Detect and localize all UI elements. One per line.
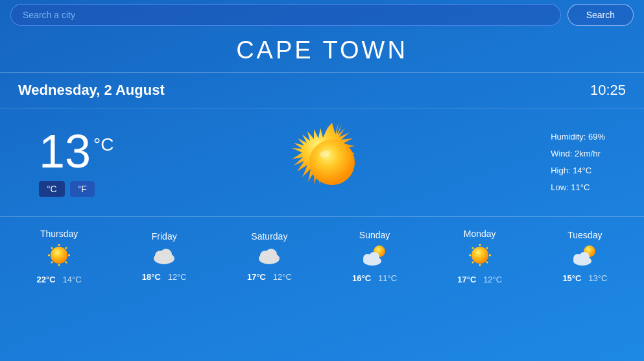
wind-detail: Wind: 2km/hr [551,145,605,162]
forecast-day: Sunday [359,230,390,240]
svg-point-14 [160,249,172,260]
forecast-day: Tuesday [567,230,602,240]
svg-line-28 [472,247,473,249]
forecast-hi: 17°C [247,272,266,282]
svg-point-21 [369,252,379,262]
date-label: Wednesday, 2 August [18,82,165,99]
temp-unit: °C [93,136,113,154]
forecast-icon [571,244,599,269]
forecast-icon [468,243,492,271]
forecast-icon [361,244,388,269]
svg-line-30 [486,247,488,249]
forecast-item: Saturday 17°C 12°C [237,231,302,282]
svg-point-1 [309,140,355,185]
forecast-item: Sunday 16°C 11°C [342,230,407,283]
weather-details: Humidity: 69% Wind: 2km/hr High: 14°C Lo… [551,129,605,196]
forecast-lo: 12°C [483,275,502,284]
forecast-item: Friday 18°C 12°C [132,231,197,282]
forecast-item: Monday 17°C 12°C [447,229,512,284]
forecast-day: Monday [464,229,496,239]
svg-line-7 [51,262,53,263]
temperature-block: 13 °C °C °F [39,128,114,197]
svg-point-17 [265,249,277,260]
date-time-row: Wednesday, 2 August 10:25 [0,73,644,108]
main-weather: 13 °C °C °F Humidity: 69% [0,108,644,217]
forecast-hi: 22°C [37,275,56,284]
svg-line-24 [486,262,488,263]
time-label: 10:25 [590,82,626,99]
forecast-day: Thursday [40,229,78,239]
forecast-day: Saturday [251,231,287,242]
low-detail: Low: 11°C [551,179,605,196]
svg-line-5 [66,262,67,263]
temp-number: 13 [39,128,91,175]
forecast-lo: 11°C [378,273,397,283]
forecast-item: Tuesday 15°C 13°C [553,230,617,283]
forecast-lo: 13°C [588,273,607,283]
forecast-lo: 14°C [63,275,82,284]
forecast-day: Friday [152,231,177,242]
temperature-display: 13 °C [39,128,114,175]
weather-icon [290,120,374,205]
forecast-hi: 17°C [457,275,476,284]
search-button[interactable]: Search [567,4,634,26]
svg-line-26 [472,262,473,263]
forecast-hi: 18°C [142,272,161,282]
forecast-icon [47,243,71,271]
sun-svg [290,120,374,205]
forecast-temps: 16°C 11°C [352,273,397,283]
svg-line-11 [66,247,67,249]
forecast-lo: 12°C [168,272,187,282]
forecast-icon [257,245,281,268]
unit-toggle: °C °F [39,181,114,197]
svg-point-3 [51,247,67,264]
svg-line-9 [51,247,53,249]
search-row: Search [0,0,644,30]
svg-point-22 [471,247,488,264]
celsius-button[interactable]: °C [39,181,65,197]
high-detail: High: 14°C [551,162,605,179]
humidity-detail: Humidity: 69% [551,129,605,145]
forecast-icon [152,245,176,268]
forecast-hi: 15°C [562,273,581,283]
forecast-hi: 16°C [352,273,371,283]
forecast-temps: 17°C 12°C [457,275,502,284]
search-input[interactable] [10,4,561,26]
forecast-temps: 22°C 14°C [37,275,82,284]
forecast-lo: 12°C [273,272,292,282]
svg-point-34 [579,252,590,262]
forecast-temps: 15°C 13°C [562,273,607,283]
forecast-item: Thursday 22°C 14°C [27,229,91,284]
forecast-temps: 17°C 12°C [247,272,292,282]
forecast-row: Thursday 22°C 14°C Friday 18°C 12°C Satu… [0,217,644,291]
forecast-temps: 18°C 12°C [142,272,187,282]
fahrenheit-button[interactable]: °F [70,181,95,197]
city-title: CAPE TOWN [0,30,644,73]
